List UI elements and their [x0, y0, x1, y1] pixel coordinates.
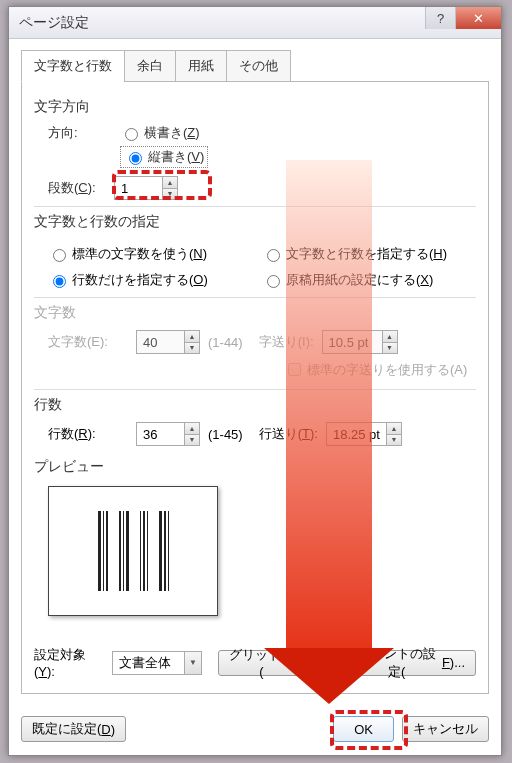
gridlines-button[interactable]: グリッド線(W)... — [218, 650, 333, 676]
columns-spinner[interactable]: ▲▼ — [114, 176, 178, 200]
dialog-title: ページ設定 — [19, 14, 89, 32]
std-pitch-label: 標準の字送りを使用する(A) — [307, 361, 467, 379]
tab-pane: 文字方向 方向: 横書き(Z) 縦書き(V) 段数(C): ▲▼ — [21, 81, 489, 694]
preview-box — [48, 486, 218, 616]
radio-lines-only[interactable]: 行数だけを指定する(O) — [48, 271, 262, 289]
char-count-range: (1-44) — [208, 335, 243, 350]
line-pitch-label: 行送り(T): — [259, 425, 318, 443]
set-default-button[interactable]: 既定に設定(D) — [21, 716, 126, 742]
apply-to-label: 設定対象(Y): — [34, 646, 104, 679]
tab-other[interactable]: その他 — [226, 50, 291, 82]
ok-button[interactable]: OK — [333, 716, 394, 742]
columns-input[interactable] — [114, 176, 162, 200]
char-count-label: 文字数(E): — [48, 333, 128, 351]
line-count-range: (1-45) — [208, 427, 243, 442]
spin-up-icon[interactable]: ▲ — [162, 176, 178, 188]
spec-group-title: 文字数と行数の指定 — [34, 213, 476, 231]
apply-to-select[interactable]: ▼ — [112, 651, 202, 675]
direction-group-title: 文字方向 — [34, 98, 476, 116]
char-count-spinner: ▲▼ — [136, 330, 200, 354]
spin-down-icon[interactable]: ▼ — [162, 188, 178, 201]
chevron-down-icon[interactable]: ▼ — [184, 651, 202, 675]
direction-label: 方向: — [34, 124, 114, 142]
radio-vertical[interactable]: 縦書き(V) — [120, 146, 208, 168]
char-pitch-spinner: ▲▼ — [322, 330, 398, 354]
radio-horizontal[interactable]: 横書き(Z) — [120, 124, 200, 142]
page-setup-dialog: ページ設定 ? ✕ 文字数と行数 余白 用紙 その他 文字方向 方向: 横書き(… — [8, 6, 502, 756]
preview-label: プレビュー — [34, 458, 476, 476]
std-pitch-checkbox — [288, 363, 301, 376]
help-button[interactable]: ? — [425, 7, 455, 29]
tab-paper[interactable]: 用紙 — [175, 50, 227, 82]
radio-chars-lines[interactable]: 文字数と行数を指定する(H) — [262, 245, 476, 263]
line-pitch-spinner[interactable]: ▲▼ — [326, 422, 402, 446]
close-button[interactable]: ✕ — [455, 7, 501, 29]
tab-chars-lines[interactable]: 文字数と行数 — [21, 50, 125, 82]
line-count-label: 行数(R): — [48, 425, 128, 443]
char-pitch-label: 字送り(I): — [259, 333, 314, 351]
radio-manuscript[interactable]: 原稿用紙の設定にする(X) — [262, 271, 476, 289]
titlebar: ページ設定 ? ✕ — [9, 7, 501, 39]
columns-label: 段数(C): — [34, 179, 114, 197]
cancel-button[interactable]: キャンセル — [402, 716, 489, 742]
lines-group-title: 行数 — [34, 396, 476, 414]
chars-group-title: 文字数 — [34, 304, 476, 322]
tab-margins[interactable]: 余白 — [124, 50, 176, 82]
font-settings-button[interactable]: フォントの設定(F)... — [341, 650, 476, 676]
radio-std-chars[interactable]: 標準の文字数を使う(N) — [48, 245, 262, 263]
line-count-spinner[interactable]: ▲▼ — [136, 422, 200, 446]
tab-strip: 文字数と行数 余白 用紙 その他 — [21, 50, 489, 82]
